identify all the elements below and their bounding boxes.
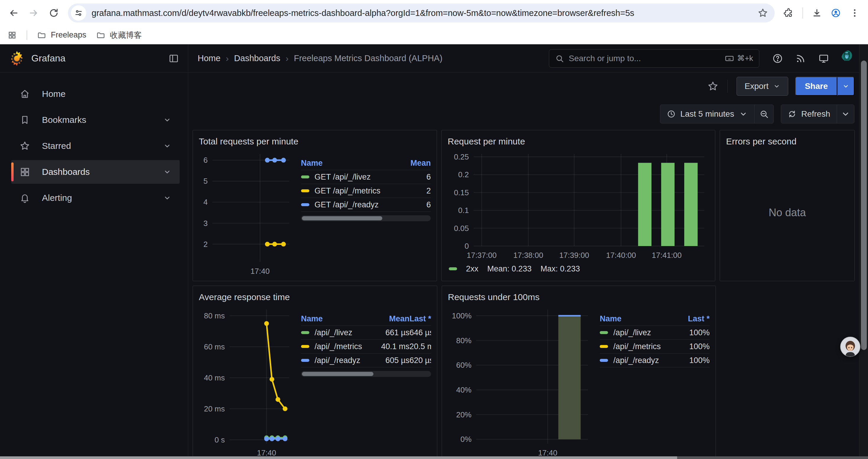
legend-row[interactable]: /api/_/metrics40.1 ms20.5 ms xyxy=(301,340,431,354)
panel-requests-under-100ms[interactable]: Requests under 100ms 100%80%60%40%20%0%1… xyxy=(442,286,716,459)
page-vertical-scrollbar[interactable] xyxy=(859,44,868,459)
bar-chart[interactable]: 0.250.20.150.10.05017:37:0017:38:0017:39… xyxy=(447,149,709,261)
grafana-app: Grafana Home › Dashboards › Freeleaps Me… xyxy=(0,44,868,459)
legend-row[interactable]: /api/_/readyz100% xyxy=(600,354,710,367)
chevron-down-icon[interactable] xyxy=(163,194,172,202)
sidebar-toggle-icon[interactable] xyxy=(168,53,179,64)
scrollbar-thumb[interactable] xyxy=(0,456,677,459)
bookmark-folder-blogs[interactable]: 收藏博客 xyxy=(96,30,142,40)
series-color-chip[interactable] xyxy=(301,345,309,348)
legend-header[interactable]: Name xyxy=(301,159,399,168)
panel-title[interactable]: Requests under 100ms xyxy=(448,290,710,304)
download-icon[interactable] xyxy=(812,8,822,18)
legend-header[interactable]: Mean xyxy=(398,159,431,168)
profile-icon[interactable] xyxy=(831,8,841,18)
series-color-chip[interactable] xyxy=(600,331,608,334)
breadcrumb-dashboards[interactable]: Dashboards xyxy=(234,54,280,63)
share-button[interactable]: Share xyxy=(795,77,837,96)
panel-errors-per-second[interactable]: Errors per second No data xyxy=(720,130,855,281)
panel-title[interactable]: Errors per second xyxy=(726,134,848,149)
legend-row[interactable]: GET /api/_/livez6 xyxy=(301,170,431,184)
legend-row[interactable]: GET /api/_/readyz6 xyxy=(301,198,431,212)
kiosk-monitor-icon[interactable] xyxy=(818,53,829,64)
sidebar-item-starred[interactable]: Starred xyxy=(11,134,180,158)
panel-title[interactable]: Total requests per minute xyxy=(199,134,431,149)
reload-button[interactable] xyxy=(45,4,63,22)
forward-button[interactable] xyxy=(25,4,42,22)
sidebar-item-dashboards[interactable]: Dashboards xyxy=(11,160,180,184)
sidebar-item-alerting[interactable]: Alerting xyxy=(11,186,180,210)
grafana-logo[interactable] xyxy=(9,51,25,66)
chevron-down-icon[interactable] xyxy=(163,142,172,150)
legend-header[interactable]: Mean xyxy=(365,314,409,323)
help-icon[interactable] xyxy=(772,53,783,64)
scrollbar-thumb[interactable] xyxy=(861,61,867,350)
legend-row[interactable]: /api/_/metrics100% xyxy=(600,340,710,354)
chevron-down-icon[interactable] xyxy=(163,116,172,124)
menu-kebab-icon[interactable] xyxy=(850,8,860,18)
svg-text:20 ms: 20 ms xyxy=(204,404,225,413)
legend-header[interactable]: Last * xyxy=(409,314,431,323)
timeseries-chart[interactable]: 80 ms60 ms40 ms20 ms0 s17:40 xyxy=(199,304,294,458)
bookmark-star-icon[interactable] xyxy=(757,8,768,18)
legend-header[interactable]: Name xyxy=(301,314,365,323)
area-chart[interactable]: 100%80%60%40%20%0%17:40 xyxy=(448,304,593,458)
zoom-out-button[interactable] xyxy=(754,105,773,123)
legend-scrollbar[interactable] xyxy=(301,371,431,377)
share-menu-button[interactable] xyxy=(837,77,855,96)
scrollbar-thumb[interactable] xyxy=(302,372,373,376)
legend-header[interactable]: Last * xyxy=(671,314,710,323)
bookmark-folder-freeleaps[interactable]: Freeleaps xyxy=(37,30,86,40)
legend-inline[interactable]: 2xx Mean: 0.233 Max: 0.233 xyxy=(447,261,709,277)
breadcrumb-home[interactable]: Home xyxy=(198,54,220,63)
chevron-down-icon[interactable] xyxy=(163,168,172,176)
series-color-chip[interactable] xyxy=(301,203,309,206)
legend-row[interactable]: /api/_/livez661 µs646 µs xyxy=(301,326,431,340)
news-rss-icon[interactable] xyxy=(795,53,806,64)
user-avatar[interactable] xyxy=(841,50,858,67)
assistant-avatar[interactable] xyxy=(840,337,860,357)
url-text[interactable]: grafana.mathmast.com/d/deytv4rwavabkb/fr… xyxy=(92,8,753,18)
timeseries-chart[interactable]: 6543217:40 xyxy=(199,149,294,277)
extensions-icon[interactable] xyxy=(783,8,794,18)
series-color-chip[interactable] xyxy=(301,359,309,362)
legend-header[interactable]: Name xyxy=(600,314,671,323)
legend-row[interactable]: GET /api/_/metrics2 xyxy=(301,184,431,198)
panel-request-per-minute[interactable]: Request per minute 0.250.20.150.10.05017… xyxy=(441,130,715,281)
page-horizontal-scrollbar[interactable] xyxy=(0,456,868,459)
refresh-button[interactable]: Refresh xyxy=(781,105,837,123)
panel-title[interactable]: Request per minute xyxy=(447,134,709,149)
star-icon xyxy=(20,140,30,151)
legend-scrollbar[interactable] xyxy=(301,215,431,221)
series-name[interactable]: 2xx xyxy=(466,264,478,273)
breadcrumb-separator: › xyxy=(286,54,289,64)
back-button[interactable] xyxy=(5,4,23,22)
panel-average-response-time[interactable]: Average response time 80 ms60 ms40 ms20 … xyxy=(193,286,437,459)
legend-row[interactable]: /api/_/livez100% xyxy=(600,326,710,340)
legend-cell: /api/_/readyz xyxy=(600,356,671,365)
apps-grid-icon[interactable] xyxy=(8,31,17,40)
series-color-chip[interactable] xyxy=(301,331,309,334)
search-input[interactable]: Search or jump to... ⌘+k xyxy=(549,49,759,68)
scrollbar-thumb[interactable] xyxy=(302,216,382,220)
address-bar[interactable]: grafana.mathmast.com/d/deytv4rwavabkb/fr… xyxy=(68,4,775,23)
series-color-chip[interactable] xyxy=(600,345,608,348)
export-button[interactable]: Export xyxy=(737,77,788,96)
site-settings-button[interactable] xyxy=(71,5,86,21)
favorite-star-icon[interactable] xyxy=(707,80,718,92)
refresh-interval-button[interactable] xyxy=(837,105,854,123)
panel-title[interactable]: Average response time xyxy=(199,290,431,304)
sidebar-item-bookmarks[interactable]: Bookmarks xyxy=(11,108,180,132)
dashboards-grid-icon xyxy=(20,167,30,177)
time-range-picker[interactable]: Last 5 minutes xyxy=(660,105,754,123)
sidebar-item-home[interactable]: Home xyxy=(11,82,180,106)
svg-text:60%: 60% xyxy=(456,361,471,369)
panel-total-requests-per-minute[interactable]: Total requests per minute 6543217:40 Nam… xyxy=(193,130,437,281)
legend-row[interactable]: /api/_/readyz605 µs620 µs xyxy=(301,354,431,367)
panel-legend: NameMeanLast */api/_/livez661 µs646 µs/a… xyxy=(301,312,431,377)
series-color-chip[interactable] xyxy=(600,359,608,362)
home-icon xyxy=(20,89,30,99)
series-color-chip[interactable] xyxy=(301,175,309,178)
series-color-chip[interactable] xyxy=(301,189,309,192)
svg-text:80 ms: 80 ms xyxy=(204,311,225,320)
